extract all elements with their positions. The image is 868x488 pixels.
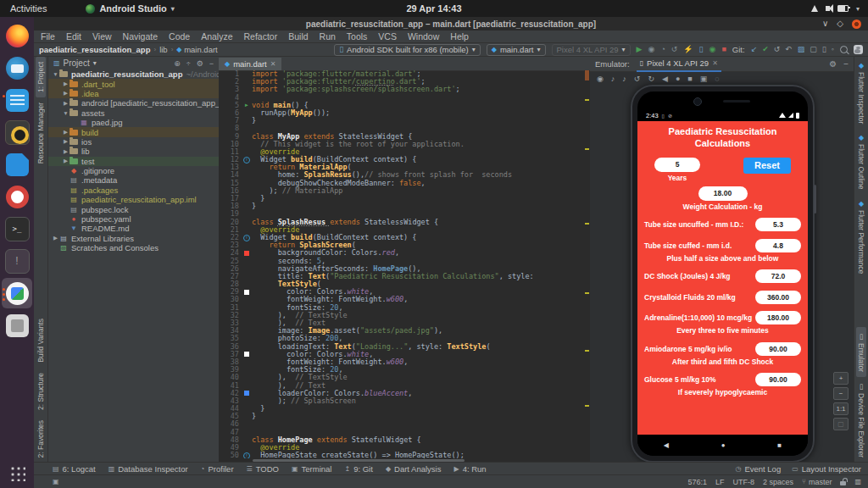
rotate-ccw-icon[interactable]: ↺ [634,75,641,83]
volume-up-icon[interactable]: ♪ [622,75,626,83]
window-title-bar[interactable]: paediatric_resuscitation_app – main.dart… [34,17,868,30]
zoom-[interactable]: − [833,387,849,400]
tree-item-ios[interactable]: ▶ios [48,137,219,147]
tree-item-test[interactable]: ▶test [48,157,219,166]
tool-window-button-9-git[interactable]: ↥9: Git [344,464,372,474]
maximize-icon[interactable]: ◇ [837,19,843,28]
tree-item-assets[interactable]: ▼assets [48,108,219,118]
tree-item-scratches-and-consoles[interactable]: ▨Scratches and Consoles [48,243,219,252]
reset-button[interactable]: Reset [743,158,791,174]
override-icon[interactable]: ↑ [243,157,250,164]
tool-button-device-file-explorer[interactable]: ▯Device File Explorer [856,377,866,463]
rotate-cw-icon[interactable]: ↻ [648,75,654,83]
back-icon[interactable]: ◀ [664,441,669,449]
overview-icon[interactable]: ■ [777,441,782,449]
hide-panel-icon[interactable]: − [209,59,214,68]
tool-window-button-dart-analysis[interactable]: ◆Dart Analysis [386,464,442,474]
emulator-tab[interactable]: ▯ Pixel 4 XL API 29 ✕ [637,57,721,72]
tool-window-button-event-log[interactable]: ◷Event Log [735,464,781,474]
menu-code[interactable]: Code [169,31,190,42]
menu-build[interactable]: Build [288,31,308,42]
notifications-icon[interactable]: ◦ [832,46,834,53]
tool-window-button-database-inspector[interactable]: ▥Database Inspector [108,464,188,474]
menu-navigate[interactable]: Navigate [123,31,158,42]
gear-icon[interactable]: ⚙ [197,59,203,68]
tab-main-dart[interactable]: ◆ main.dart ✕ [219,58,281,70]
dock-terminal[interactable]: >_ [2,214,32,244]
tree-item-readme-md[interactable]: ▼README.md [48,224,219,233]
screenshot-icon[interactable]: ▣ [700,75,708,83]
tool-button-emulator[interactable]: ▯Emulator [856,327,866,377]
tool-window-toggle-icon[interactable]: ▣ [53,478,59,485]
back-icon[interactable]: ◀ [662,75,668,83]
git-update-icon[interactable]: ↙ [751,46,758,53]
menu-window[interactable]: Window [408,31,439,42]
close-tab-icon[interactable]: ✕ [270,60,276,68]
tree-item-metadata[interactable]: ▤.metadata [48,175,219,185]
menu-vcs[interactable]: VCS [378,31,397,42]
tool-window-button-profiler[interactable]: ◔Profiler [201,464,234,474]
device-manager-icon[interactable]: ▯ [699,46,704,53]
tree-item-gitignore[interactable]: ◆.gitignore [48,166,219,175]
menu-edit[interactable]: Edit [66,31,81,42]
profile-icon[interactable]: ◔ [660,46,665,53]
editor-scroll-stripe[interactable] [584,70,590,458]
hot-reload-icon[interactable]: ◉ [709,46,716,53]
zoom-1-1[interactable]: 1:1 [833,402,849,415]
tool-window-button-4-run[interactable]: ▶4: Run [453,464,486,474]
dock-software[interactable] [2,310,32,341]
status-lf[interactable]: LF [715,478,725,486]
device-icon[interactable]: ▯ [822,46,826,53]
search-icon[interactable] [840,46,848,53]
dock-files[interactable] [2,85,32,115]
locate-icon[interactable]: ⊕ [174,59,181,68]
tool-window-button-terminal[interactable]: ▣Terminal [292,464,331,474]
zoom-[interactable]: ▢ [833,418,849,430]
tree-item-android-paediatric-resuscitation-app-android[interactable]: ▶android [paediatric_resuscitation_app_a… [48,98,219,108]
home-icon[interactable]: ● [721,441,726,449]
dock-thunderbird[interactable] [2,53,32,83]
project-view-selector[interactable]: Project [64,58,90,68]
tree-item-paediatric-resuscitation-app[interactable]: ▼paediatric_resuscitation_app~/Android/A… [48,69,219,79]
snapshot-icon[interactable]: ◌ [715,75,719,83]
breadcrumb-file[interactable]: main.dart [184,45,218,54]
tool-window-button-6-logcat[interactable]: ▤6: Logcat [53,464,96,474]
git-branch[interactable]: ⑂master [802,478,832,486]
menu-tools[interactable]: Tools [347,31,368,42]
close-icon[interactable] [852,19,861,29]
stop-icon[interactable]: ■ [721,46,726,53]
device-selector[interactable]: ▯ Android SDK built for x86 (mobile)▾ [334,44,481,56]
tool-button-1-project[interactable]: 1: Project [36,57,46,97]
phone-screen[interactable]: 2:43 ▯ ⊘ Paediatric Resuscitation [637,92,808,456]
menu-run[interactable]: Run [320,31,336,42]
debug-icon[interactable]: ◉ [648,46,655,53]
dock-rhythmbox[interactable] [2,117,32,147]
system-tray[interactable]: ▾ [811,5,868,13]
tree-item-pubspec-lock[interactable]: ▤pubspec.lock [48,204,219,214]
tree-item-paediatric-resuscitation-app-iml[interactable]: ▤paediatric_resuscitation_app.iml [48,195,219,204]
git-commit-icon[interactable]: ✔ [762,46,769,53]
tool-window-button-layout-inspector[interactable]: ▭Layout Inspector [792,464,861,474]
app-grid-icon[interactable] [8,464,25,481]
tree-item-external-libraries[interactable]: ▶▤External Libraries [48,234,219,243]
collapse-all-icon[interactable]: ÷ [186,59,191,68]
lock-open-icon[interactable] [840,481,846,485]
breadcrumb-project[interactable]: paediatric_resuscitation_app [39,45,150,54]
clock[interactable]: 29 Apr 14:43 [0,3,868,14]
tool-button-build-variants[interactable]: Build Variants [36,313,46,368]
tool-button-resource-manager[interactable]: Resource Manager [36,97,46,169]
code-area[interactable]: 1import 'package:flutter/material.dart';… [219,70,584,458]
tree-item-paed-jpg[interactable]: ▦paed.jpg [48,118,219,127]
dock-studio[interactable] [2,278,32,308]
zoom-[interactable]: + [833,372,849,385]
tree-item-idea[interactable]: ▶.idea [48,89,219,98]
override-icon[interactable]: ↑ [243,452,250,458]
run-configuration-selector[interactable]: ◆ main.dart▾ [487,44,546,56]
dock-firefox[interactable] [2,20,32,51]
dock-writer[interactable] [2,149,32,180]
flash-icon[interactable]: ⚡ [683,46,693,53]
hide-panel-icon[interactable]: − [843,59,849,69]
tool-button-flutter-inspector[interactable]: ◆Flutter Inspector [856,57,866,129]
close-tab-icon[interactable]: ✕ [712,59,718,67]
tree-item-packages[interactable]: ▤.packages [48,186,219,195]
